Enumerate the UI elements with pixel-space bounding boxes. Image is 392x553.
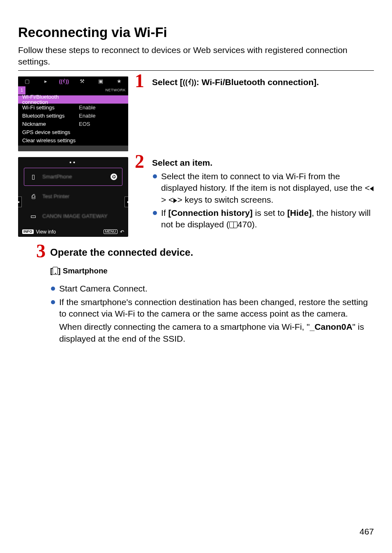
- menu-item: Wi-Fi settingsEnable: [18, 104, 128, 112]
- step3-subheading: [] Smartphone: [50, 266, 374, 275]
- page-number: 467: [360, 527, 374, 537]
- view-info-label: View info: [36, 229, 56, 234]
- wifi-inline-icon: ((ｲ)): [183, 78, 196, 86]
- scroll-left-icon: ◂: [18, 197, 22, 207]
- step-number-2: 2: [135, 152, 144, 171]
- divider: [18, 70, 374, 71]
- wifi-icon: ((ｲ)): [55, 79, 73, 84]
- menu-item: GPS device settings: [18, 128, 128, 137]
- step1-heading: Select [((ｲ)): Wi-Fi/Bluetooth connectio…: [152, 76, 374, 88]
- scroll-right-icon: ▸: [125, 197, 128, 207]
- step3-bullet-1: Start Camera Connect.: [50, 283, 374, 294]
- phone-icon: ▯: [29, 174, 37, 180]
- step3-bullet-2: If the smartphone's connection destinati…: [50, 296, 374, 345]
- page-title: Reconnecting via Wi-Fi: [18, 25, 374, 40]
- printer-icon: ⎙: [29, 193, 37, 199]
- menu-page-number: 1: [18, 86, 25, 95]
- history-item: ⎙Test Printer: [24, 187, 122, 206]
- menu-badge: MENU: [104, 229, 118, 234]
- step-number-1: 1: [135, 72, 144, 90]
- info-badge: INFO: [22, 229, 34, 234]
- play-icon: ▸: [37, 79, 55, 84]
- left-key-icon: [370, 186, 374, 191]
- menu-item: Bluetooth settingsEnable: [18, 112, 128, 120]
- intro-text: Follow these steps to reconnect to devic…: [18, 44, 374, 68]
- smartphone-icon: [53, 267, 58, 275]
- step2-heading: Select an item.: [152, 157, 374, 168]
- monitor-icon: ▭: [29, 213, 37, 219]
- page-dots: ••: [18, 157, 128, 168]
- return-icon: ↶: [120, 229, 124, 234]
- screenshot-history: •• ◂ ▸ ▯SmartPhone⌬⎙Test Printer▭CANON I…: [18, 157, 128, 237]
- bluetooth-icon: ⌬: [111, 174, 117, 180]
- custom-icon: ▣: [92, 79, 110, 84]
- wrench-icon: ⚒: [73, 79, 92, 84]
- camera-icon: ▢: [18, 79, 37, 84]
- network-label: NETWORK: [106, 88, 129, 92]
- star-icon: ★: [110, 79, 128, 84]
- screenshot-network-menu: ▢ ▸ ((ｲ)) ⚒ ▣ ★ 1 NETWORK Wi-Fi/Bluetoot…: [18, 76, 128, 151]
- menu-item: NicknameEOS: [18, 120, 128, 128]
- history-item: ▭CANON IMAGE GATEWAY: [24, 207, 122, 225]
- page-ref-icon: [229, 222, 238, 228]
- menu-item: Clear wireless settings: [18, 137, 128, 145]
- step3-heading: Operate the connected device.: [50, 247, 374, 258]
- step-number-3: 3: [36, 242, 46, 261]
- step2-bullet-2: If [Connection history] is set to [Hide]…: [152, 207, 374, 231]
- history-item: ▯SmartPhone⌬: [24, 168, 122, 186]
- step2-bullet-1: Select the item to connect to via Wi-Fi …: [152, 171, 374, 206]
- menu-item: Wi-Fi/Bluetooth connection: [18, 95, 128, 104]
